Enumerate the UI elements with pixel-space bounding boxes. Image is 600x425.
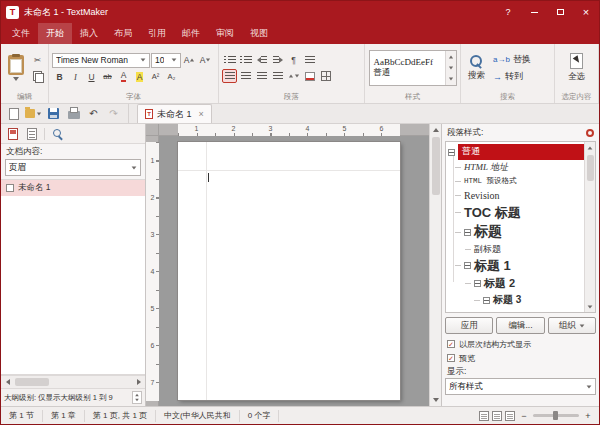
tab-layout[interactable]: 布局: [106, 23, 140, 44]
font-size-select[interactable]: 10: [151, 53, 181, 68]
expand-icon[interactable]: [448, 149, 455, 156]
document-page[interactable]: [178, 142, 400, 400]
redo-button[interactable]: ↷: [105, 106, 122, 122]
italic-button[interactable]: I: [68, 70, 83, 84]
style-item-heading-2[interactable]: 标题 2: [446, 275, 584, 292]
increase-indent-button[interactable]: [270, 53, 285, 67]
superscript-button[interactable]: A²: [148, 70, 163, 84]
status-section[interactable]: 第 1 节: [1, 410, 43, 422]
bold-button[interactable]: B: [52, 70, 67, 84]
tab-review[interactable]: 审阅: [208, 23, 242, 44]
style-item-heading-1[interactable]: 标题 1: [446, 256, 584, 275]
vertical-ruler[interactable]: 1 2 3 4 5 6 7: [146, 136, 159, 406]
status-chapter[interactable]: 第 1 章: [43, 410, 85, 422]
formatting-marks-button[interactable]: ¶: [286, 53, 301, 67]
style-item-revision[interactable]: Revision: [446, 188, 584, 203]
grow-font-button[interactable]: A: [182, 53, 197, 67]
zoom-in-button[interactable]: +: [582, 410, 594, 422]
styles-scrollbar[interactable]: [584, 142, 595, 312]
minimize-button[interactable]: [521, 1, 547, 23]
tab-home[interactable]: 开始: [38, 23, 72, 44]
preview-checkbox[interactable]: ✓: [447, 354, 455, 362]
style-item-toc-heading[interactable]: TOC 标题: [446, 203, 584, 222]
bullet-list-button[interactable]: [222, 53, 237, 67]
align-center-button[interactable]: [238, 69, 253, 83]
list-item-document[interactable]: 未命名 1: [1, 180, 145, 196]
numbered-list-button[interactable]: [238, 53, 253, 67]
align-right-button[interactable]: [254, 69, 269, 83]
scroll-up-button[interactable]: [430, 124, 441, 136]
sort-button[interactable]: [302, 53, 317, 67]
scroll-thumb[interactable]: [15, 378, 49, 386]
document-vertical-scrollbar[interactable]: [429, 124, 441, 406]
gallery-scroll[interactable]: [445, 51, 456, 85]
shrink-font-button[interactable]: A: [198, 53, 213, 67]
save-button[interactable]: [45, 106, 62, 122]
preview-checkbox-row[interactable]: ✓ 预览: [445, 351, 596, 365]
show-styles-select[interactable]: 所有样式: [445, 378, 596, 395]
status-language[interactable]: 中文(中华人民共和: [156, 410, 240, 422]
help-button[interactable]: ?: [495, 1, 521, 23]
tab-file[interactable]: 文件: [4, 23, 38, 44]
highlight-button[interactable]: A: [132, 70, 147, 84]
hierarchy-checkbox-row[interactable]: ✓ 以层次结构方式显示: [445, 337, 596, 351]
line-spacing-button[interactable]: [286, 69, 301, 83]
tab-mail[interactable]: 邮件: [174, 23, 208, 44]
contents-view-button[interactable]: [4, 126, 21, 142]
select-all-button[interactable]: 全选: [564, 52, 589, 84]
tab-view[interactable]: 视图: [242, 23, 276, 44]
document-tab[interactable]: T 未命名 1 ×: [137, 104, 212, 123]
zoom-slider[interactable]: [533, 414, 579, 417]
status-word-count[interactable]: 0 个字: [240, 410, 280, 422]
sidebar-search-button[interactable]: [49, 126, 66, 142]
scroll-up-button[interactable]: [585, 142, 595, 153]
outline-level-stepper[interactable]: [132, 391, 142, 404]
underline-button[interactable]: U: [84, 70, 99, 84]
open-button[interactable]: [25, 106, 42, 122]
font-color-button[interactable]: A: [116, 70, 131, 84]
replace-button[interactable]: a→b 替换: [491, 52, 533, 67]
scroll-thumb[interactable]: [432, 137, 440, 195]
style-item-html-address[interactable]: HTML 地址: [446, 160, 584, 174]
close-button[interactable]: ×: [573, 1, 599, 23]
hierarchy-checkbox[interactable]: ✓: [447, 340, 455, 348]
view-mode-icon[interactable]: [492, 411, 502, 421]
list-view-button[interactable]: [23, 126, 40, 142]
style-item-subtitle[interactable]: 副标题: [446, 242, 584, 256]
organize-button[interactable]: 组织: [548, 317, 596, 334]
maximize-button[interactable]: [547, 1, 573, 23]
print-button[interactable]: [65, 106, 82, 122]
paste-button[interactable]: [4, 54, 28, 82]
strikethrough-button[interactable]: ab: [100, 70, 115, 84]
expand-icon[interactable]: [464, 229, 471, 236]
style-item-normal[interactable]: 普通: [446, 144, 584, 160]
item-checkbox[interactable]: [6, 184, 14, 192]
status-page[interactable]: 第 1 页, 共 1 页: [85, 410, 156, 422]
style-item-title[interactable]: 标题: [446, 222, 584, 242]
tab-insert[interactable]: 插入: [72, 23, 106, 44]
view-mode-icon[interactable]: [505, 411, 515, 421]
horizontal-ruler[interactable]: 1 2 3 4 5 6: [159, 124, 429, 136]
scroll-track[interactable]: [14, 376, 132, 388]
new-document-button[interactable]: [5, 106, 22, 122]
cut-button[interactable]: ✂: [30, 53, 45, 67]
sidebar-horizontal-scrollbar[interactable]: [1, 375, 145, 388]
undo-button[interactable]: ↶: [85, 106, 102, 122]
expand-icon[interactable]: [474, 280, 481, 287]
tab-references[interactable]: 引用: [140, 23, 174, 44]
expand-icon[interactable]: [483, 297, 490, 304]
subscript-button[interactable]: A₂: [164, 70, 179, 84]
goto-button[interactable]: → 转到: [491, 69, 533, 84]
font-family-select[interactable]: Times New Roman: [52, 53, 150, 68]
scroll-left-button[interactable]: [1, 376, 14, 388]
style-gallery[interactable]: AaBbCcDdEeFf 普通: [369, 50, 457, 86]
styles-options-icon[interactable]: [586, 129, 594, 137]
scroll-down-button[interactable]: [585, 301, 595, 312]
scroll-track[interactable]: [430, 136, 441, 394]
copy-button[interactable]: [30, 69, 45, 83]
scroll-down-button[interactable]: [430, 394, 441, 406]
justify-button[interactable]: [270, 69, 285, 83]
apply-button[interactable]: 应用: [445, 317, 493, 334]
edit-style-button[interactable]: 编辑...: [496, 317, 544, 334]
style-item-heading-3[interactable]: 标题 3: [446, 292, 584, 308]
